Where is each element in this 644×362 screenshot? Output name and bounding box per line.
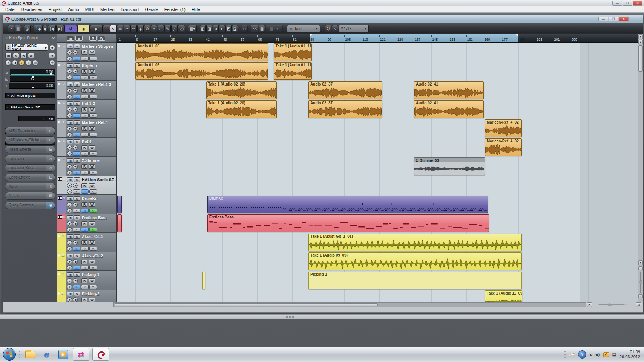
eq-bypass-button[interactable]: ◇	[81, 113, 89, 118]
goto-previous-marker-button[interactable]: |◀	[48, 25, 56, 32]
eq-bypass-button[interactable]: ◇	[81, 171, 89, 175]
scroll-up-button[interactable]: ▲	[638, 40, 643, 44]
track-delay-control[interactable]: 0.00	[9, 83, 55, 89]
action-center-icon[interactable]: ✔	[603, 352, 609, 357]
menu-transport[interactable]: Transport	[118, 7, 142, 12]
lanes-button[interactable]: ≡	[73, 228, 80, 232]
volume-fader[interactable]: 0.00	[10, 69, 55, 75]
track-mute-button[interactable]: m	[67, 82, 73, 87]
eq-bypass-button[interactable]: ◇	[89, 189, 97, 194]
eq-bypass-button[interactable]: ◇	[81, 247, 89, 251]
inspector-section-notizen[interactable]: Notizen▤	[5, 192, 55, 200]
track-write-automation-button[interactable]: W	[89, 221, 95, 226]
tray-expand-icon[interactable]: ▴	[590, 352, 592, 357]
input-routing[interactable]: ⇥ All MIDI Inputs	[5, 93, 55, 98]
track-read-automation-button[interactable]: R	[81, 88, 87, 93]
record-enable-button[interactable]: ●	[67, 50, 72, 55]
record-enable-button[interactable]: ●	[67, 259, 72, 264]
clip-take-1-audio-01-11-[interactable]: Take 1 (Audio 01_11)	[274, 43, 312, 61]
constrain-delay-button[interactable]: ◎	[24, 25, 31, 32]
lock-icon[interactable]: ⌂	[26, 60, 31, 66]
hzoom-plus[interactable]: +	[626, 303, 628, 307]
tool-glue[interactable]: ✑	[130, 25, 137, 32]
clip-take-1-audio-02-20-[interactable]: Take 1 (Audio 02_20)	[206, 81, 277, 99]
monitor-button[interactable]: ◀	[73, 297, 78, 302]
clip-marleen-ref-4-02[interactable]: Marleen-Ref_4_02	[485, 138, 522, 156]
nudge-trim-start-button[interactable]: ◧	[200, 25, 206, 32]
track-read-automation-button[interactable]: R	[81, 221, 87, 226]
nudge-right-button[interactable]: ►	[219, 25, 225, 32]
crossfade-button[interactable]: ⋈	[241, 25, 248, 32]
inserts-bypass-button[interactable]: -□-	[81, 189, 89, 194]
edit-channel-button[interactable]: e	[67, 265, 72, 270]
edit-channel-button[interactable]: e	[67, 170, 72, 175]
record-enable-button[interactable]: ●	[67, 240, 72, 245]
menu-bearbeiten[interactable]: Bearbeiten	[18, 7, 46, 12]
sends-bypass-button[interactable]: ▭	[89, 57, 97, 61]
track-expand-icon[interactable]	[58, 102, 61, 105]
play-button[interactable]: ▶	[90, 25, 103, 32]
track-row-akust-git-2[interactable]: 12msAkust-Git.2●◀RWe-□-◇▭	[57, 252, 117, 271]
clip-audio-02-37[interactable]: Audio 02_37	[308, 81, 382, 99]
monitor-icon[interactable]: ◀	[12, 60, 18, 66]
record-enable-button[interactable]: ●	[67, 107, 72, 112]
sends-bypass-button[interactable]: ▭	[89, 247, 97, 251]
goto-next-marker-button[interactable]: ▶|	[56, 25, 64, 32]
track-row-marleen-stropen[interactable]: 1msMarleen-Stropen●◀RWe-□-◇▭	[57, 43, 117, 62]
pan-control[interactable]: C	[10, 76, 55, 82]
tool-range-selection[interactable]: ▭	[117, 25, 123, 32]
edit-channel-button[interactable]: e	[67, 284, 72, 289]
track-solo-button[interactable]: s	[74, 177, 80, 182]
project-minimize-button[interactable]: —	[598, 17, 608, 21]
tool-split[interactable]: ✂	[124, 25, 130, 32]
ruler-options-button[interactable]: ▼	[638, 34, 643, 39]
monitor-button[interactable]: ◀	[73, 107, 78, 112]
taskbar-grip[interactable]	[19, 350, 20, 359]
vzoom-minus-button[interactable]: -	[638, 266, 643, 270]
tool-object-selection[interactable]: ↖	[110, 25, 117, 32]
clip-sliver[interactable]	[117, 214, 122, 232]
track-expand-icon[interactable]	[58, 254, 61, 257]
clip-take-1-akust-git-1-01-[interactable]: Take 1 (Akust-Git_1_01)	[308, 234, 522, 251]
record-enable-button[interactable]: ●	[67, 126, 72, 131]
edit-channel-button[interactable]: e	[67, 189, 72, 194]
track-solo-button[interactable]: s	[74, 234, 80, 239]
preset-reload-icon[interactable]: ↺	[52, 36, 55, 40]
track-read-automation-button[interactable]: R	[81, 145, 87, 150]
track-row-picking-1[interactable]: 13msPicking-1●◀RWe-□-◇▭	[57, 271, 117, 290]
menu-datei[interactable]: Datei	[2, 7, 18, 12]
track-row-ref-4[interactable]: 6msRef.4●◀RWe-□-◇▭	[57, 138, 117, 157]
eq-bypass-button[interactable]: ◇	[81, 75, 89, 79]
track-mute-button[interactable]: m	[67, 177, 73, 182]
lanes-icon[interactable]: ▥	[32, 60, 38, 66]
track-read-automation-button[interactable]: R	[81, 50, 87, 55]
quantize-q-button[interactable]: Q	[325, 25, 331, 32]
inserts-bypass-button[interactable]: -□-	[81, 209, 89, 213]
track-row-picking-2[interactable]: 14msPicking-2●◀RWe-□-◇▭	[57, 290, 117, 302]
sends-active-button[interactable]: ◇	[89, 209, 97, 213]
clip-take-1-audio-09-09-[interactable]: Take 1 (Audio 09_09)	[308, 252, 522, 270]
track-solo-button[interactable]: s	[74, 158, 80, 163]
nudge-left-button[interactable]: ◄	[213, 25, 219, 32]
sends-bypass-button[interactable]: ▭	[89, 113, 97, 118]
tool-timewarp[interactable]: ♩	[158, 25, 164, 32]
clip-drumkit[interactable]: DrumKit	[207, 196, 488, 213]
activate-project-button[interactable]: ◔	[8, 25, 14, 32]
track-row-2-stimme[interactable]: 7ms2.Stimme●◀RWe-□-◇▭	[57, 157, 117, 176]
cycle-button[interactable]: ↺	[64, 25, 77, 32]
automation-panel-button[interactable]: ✛◆	[34, 25, 43, 32]
track-solo-button[interactable]: s	[74, 63, 80, 68]
track-write-automation-button[interactable]: W	[89, 107, 95, 112]
global-r-button[interactable]: R	[89, 36, 97, 41]
dock-grip-handle[interactable]	[286, 316, 294, 318]
track-name-box[interactable]: 8 HALion Sonic SE14 ▸	[5, 44, 48, 51]
track-write-automation-button[interactable]: W	[89, 260, 95, 264]
language-indicator[interactable]: DE	[569, 352, 575, 357]
tool-erase[interactable]: ◈	[137, 25, 144, 32]
tool-zoom[interactable]: ⊕	[144, 25, 150, 32]
record-enable-button[interactable]: ●	[67, 221, 72, 226]
record-enable-button[interactable]: ●	[67, 183, 72, 188]
inspector-section-equalizer-kurve[interactable]: Equalizer-Kurve◇	[5, 164, 55, 172]
inserts-bypass-button[interactable]: -□-	[73, 113, 80, 118]
track-mute-button[interactable]: m	[67, 44, 73, 49]
